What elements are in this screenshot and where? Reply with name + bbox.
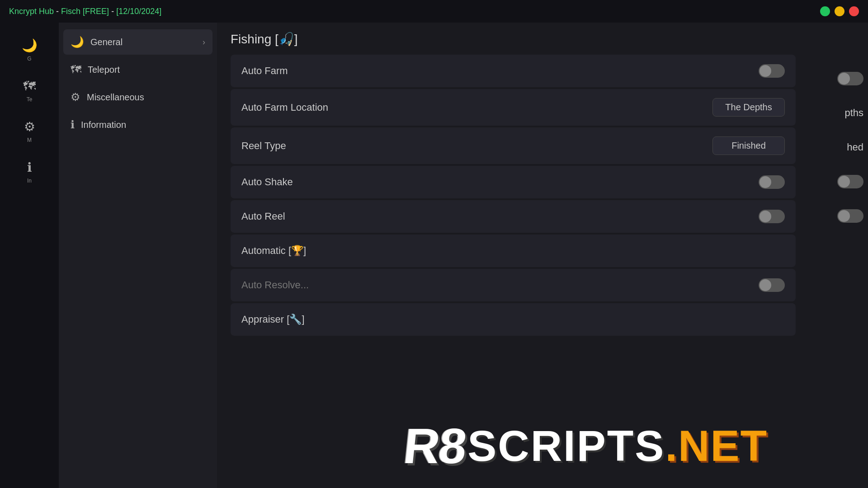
right-toggle-knob-3	[838, 210, 850, 222]
tag: [FREE]	[83, 7, 109, 16]
setting-auto-farm: Auto Farm	[231, 55, 796, 87]
chevron-right-icon: ›	[203, 38, 205, 47]
right-toggle-knob-2	[838, 176, 850, 188]
setting-appraiser: Appraiser [🔧]	[231, 303, 796, 336]
right-auto-farm-toggle[interactable]	[837, 72, 863, 85]
auto-farm-label: Auto Farm	[241, 65, 288, 77]
main-content: Fishing [🎣] Auto Farm Auto Farm Location…	[217, 23, 809, 488]
map-icon: 🗺	[23, 79, 36, 94]
auto-shake-toggle-knob	[760, 176, 771, 188]
right-panel-location-text: pths	[809, 97, 868, 129]
auto-farm-location-label: Auto Farm Location	[241, 102, 328, 113]
gear-icon: ⚙	[24, 119, 35, 134]
watermark: R8 SCRIPTS .NET	[404, 417, 768, 474]
icon-strip: 🌙 G 🗺 Te ⚙ M ℹ In	[0, 23, 59, 488]
sidebar: 🌙 General › 🗺 Teleport ⚙ Miscellaneous ℹ…	[59, 23, 217, 488]
auto-resolve-toggle[interactable]	[759, 278, 785, 292]
app-name: Kncrypt Hub	[9, 7, 54, 16]
watermark-net: .NET	[665, 421, 768, 471]
game-name: Fisch	[61, 7, 80, 16]
strip-label-info: In	[27, 178, 32, 184]
auto-resolve-label: Auto Resolve...	[241, 279, 309, 291]
setting-reel-type: Reel Type Finished	[231, 127, 796, 164]
auto-farm-toggle-knob	[760, 65, 771, 77]
sidebar-item-teleport[interactable]: 🗺 Teleport	[63, 57, 212, 82]
auto-farm-toggle[interactable]	[759, 64, 785, 78]
app-layout: 🌙 G 🗺 Te ⚙ M ℹ In 🌙 General › 🗺 Teleport…	[0, 23, 868, 488]
section-title-text: Fishing [🎣]	[231, 32, 298, 47]
strip-item-general[interactable]: 🌙 G	[0, 32, 59, 68]
auto-reel-label: Auto Reel	[241, 211, 285, 222]
setting-auto-farm-location: Auto Farm Location The Depths	[231, 89, 796, 126]
sidebar-item-miscellaneous[interactable]: ⚙ Miscellaneous	[63, 84, 212, 110]
auto-farm-location-dropdown[interactable]: The Depths	[712, 98, 785, 117]
date: [12/10/2024]	[116, 7, 161, 16]
auto-resolve-toggle-knob	[760, 279, 771, 291]
right-reel-partial: hed	[847, 141, 863, 153]
appraiser-label: Appraiser [🔧]	[241, 314, 305, 325]
strip-label-teleport: Te	[27, 96, 33, 103]
setting-automatic-header: Automatic [🏆]	[231, 235, 796, 267]
close-button[interactable]	[849, 6, 859, 16]
sidebar-moon-icon: 🌙	[71, 36, 84, 48]
sidebar-label-misc: Miscellaneous	[87, 92, 205, 103]
strip-item-teleport[interactable]: 🗺 Te	[0, 72, 59, 108]
auto-reel-toggle-knob	[760, 211, 771, 222]
maximize-button[interactable]	[835, 6, 844, 16]
minimize-button[interactable]	[820, 6, 830, 16]
right-panel-reel-text: hed	[809, 131, 868, 164]
sidebar-item-information[interactable]: ℹ Information	[63, 112, 212, 137]
info-icon: ℹ	[27, 160, 32, 175]
settings-list: Auto Farm Auto Farm Location The Depths …	[231, 55, 796, 336]
setting-auto-shake: Auto Shake	[231, 166, 796, 198]
auto-shake-toggle[interactable]	[759, 175, 785, 189]
right-panel: pths hed	[809, 23, 868, 488]
sidebar-label-info: Information	[81, 120, 205, 130]
reel-type-label: Reel Type	[241, 140, 286, 152]
right-auto-reel-toggle[interactable]	[837, 209, 863, 223]
watermark-rb: R8	[401, 417, 469, 474]
title-bar-text: Kncrypt Hub - Fisch [FREE] - [12/10/2024…	[9, 7, 161, 16]
strip-item-info[interactable]: ℹ In	[0, 154, 59, 190]
automatic-label: Automatic [🏆]	[241, 245, 306, 257]
sidebar-map-icon: 🗺	[71, 63, 81, 76]
sidebar-label-general: General	[90, 37, 196, 47]
setting-auto-reel: Auto Reel	[231, 200, 796, 233]
section-title: Fishing [🎣]	[231, 32, 796, 47]
right-panel-auto-shake	[809, 165, 868, 198]
right-panel-auto-reel	[809, 200, 868, 232]
strip-label-misc: M	[27, 137, 32, 143]
watermark-scripts: SCRIPTS	[467, 421, 665, 471]
right-panel-auto-farm	[809, 62, 868, 95]
setting-auto-resolve: Auto Resolve...	[231, 269, 796, 301]
window-controls	[820, 6, 859, 16]
sidebar-item-general[interactable]: 🌙 General ›	[63, 29, 212, 55]
reel-type-dropdown[interactable]: Finished	[712, 136, 785, 155]
auto-shake-label: Auto Shake	[241, 176, 293, 188]
title-bar: Kncrypt Hub - Fisch [FREE] - [12/10/2024…	[0, 0, 868, 23]
right-auto-shake-toggle[interactable]	[837, 175, 863, 188]
sidebar-gear-icon: ⚙	[71, 91, 80, 103]
moon-icon: 🌙	[22, 38, 38, 53]
strip-label-general: G	[27, 56, 31, 62]
auto-reel-toggle[interactable]	[759, 210, 785, 223]
right-location-partial: pths	[844, 107, 863, 119]
sidebar-info-icon: ℹ	[71, 118, 75, 131]
right-toggle-knob-1	[838, 73, 850, 84]
sidebar-label-teleport: Teleport	[88, 65, 205, 75]
strip-item-misc[interactable]: ⚙ M	[0, 113, 59, 149]
